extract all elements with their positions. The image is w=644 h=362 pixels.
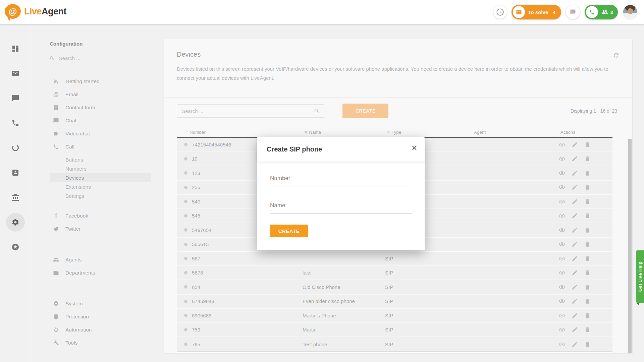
edit-button[interactable]: [572, 184, 578, 190]
sidebar-search[interactable]: [50, 55, 149, 65]
table-row[interactable]: 6905689 Martin's Phone SIP: [177, 309, 612, 323]
delete-button[interactable]: [584, 213, 591, 219]
table-row[interactable]: 5678 lalal SIP: [177, 266, 612, 281]
nav-item-video-chat[interactable]: Video chat: [31, 127, 158, 140]
view-button[interactable]: [559, 241, 565, 247]
delete-button[interactable]: [584, 156, 591, 162]
user-avatar[interactable]: [623, 4, 638, 20]
rail-billing-button[interactable]: [0, 185, 31, 210]
column-header-type[interactable]: ⇅Type: [387, 130, 474, 135]
rail-dashboard-button[interactable]: [0, 36, 31, 61]
column-header-name[interactable]: ⇅Name: [304, 130, 387, 135]
table-row[interactable]: 765 Test phone SIP: [177, 337, 612, 352]
nav-item-system[interactable]: System: [31, 297, 158, 310]
close-icon[interactable]: ✕: [411, 144, 417, 152]
edit-button[interactable]: [572, 312, 578, 319]
table-scrollbar[interactable]: [628, 139, 632, 353]
edit-button[interactable]: [572, 341, 578, 348]
edit-button[interactable]: [572, 156, 578, 162]
liveagent-logo[interactable]: @ LiveAgent: [5, 4, 66, 19]
name-field[interactable]: [270, 202, 412, 214]
get-live-help-ribbon[interactable]: Get Live Help: [636, 250, 644, 303]
delete-button[interactable]: [584, 284, 591, 290]
view-button[interactable]: [559, 284, 565, 290]
rail-call-button[interactable]: [0, 111, 31, 135]
add-button[interactable]: [493, 5, 507, 19]
edit-button[interactable]: [572, 170, 578, 176]
rail-settings-button[interactable]: [0, 210, 31, 235]
delete-button[interactable]: [584, 326, 591, 333]
nav-item-automation[interactable]: Automation: [31, 323, 158, 336]
sidebar-search-input[interactable]: [59, 55, 149, 61]
edit-button[interactable]: [572, 198, 578, 205]
view-button[interactable]: [559, 227, 565, 233]
edit-button[interactable]: [572, 141, 578, 148]
view-button[interactable]: [559, 298, 565, 304]
delete-button[interactable]: [584, 312, 591, 319]
nav-item-email[interactable]: @ Email: [31, 88, 158, 101]
edit-button[interactable]: [572, 284, 578, 290]
view-button[interactable]: [559, 156, 565, 162]
view-button[interactable]: [559, 255, 565, 262]
delete-button[interactable]: [584, 298, 591, 304]
subnav-buttons[interactable]: Buttons: [50, 155, 151, 164]
calls-status-button[interactable]: 2: [585, 5, 618, 19]
edit-button[interactable]: [572, 213, 578, 219]
delete-button[interactable]: [584, 241, 591, 247]
number-input[interactable]: [270, 175, 412, 182]
view-button[interactable]: [559, 170, 565, 176]
number-field[interactable]: [270, 175, 412, 186]
delete-button[interactable]: [584, 184, 591, 190]
modal-create-button[interactable]: CREATE: [270, 225, 308, 237]
view-button[interactable]: [559, 312, 565, 319]
subnav-extensions[interactable]: Extensions: [50, 182, 151, 191]
nav-item-departments[interactable]: Departments: [31, 266, 158, 279]
view-button[interactable]: [559, 213, 565, 219]
nav-item-twitter[interactable]: Twitter: [31, 222, 158, 235]
view-button[interactable]: [559, 341, 565, 348]
table-row[interactable]: 567 SIP: [177, 252, 612, 266]
delete-button[interactable]: [584, 170, 591, 176]
refresh-button[interactable]: [613, 52, 620, 59]
nav-item-contact-form[interactable]: Contact form: [31, 101, 158, 114]
view-button[interactable]: [559, 326, 565, 333]
table-row[interactable]: 67459843 Even older cisco phone SIP: [177, 295, 612, 309]
subnav-settings[interactable]: Settings: [50, 191, 151, 200]
delete-button[interactable]: [584, 255, 591, 262]
view-button[interactable]: [559, 141, 565, 148]
nav-item-facebook[interactable]: f Facebook: [31, 209, 158, 222]
edit-button[interactable]: [572, 298, 578, 304]
subnav-devices[interactable]: Devices: [50, 173, 151, 182]
chat-status-button[interactable]: [566, 5, 580, 19]
edit-button[interactable]: [572, 255, 578, 262]
edit-button[interactable]: [572, 326, 578, 333]
name-input[interactable]: [270, 202, 412, 209]
column-header-number[interactable]: ↑Number: [186, 130, 304, 135]
to-solve-button[interactable]: To solve 4: [512, 5, 561, 19]
rail-mail-button[interactable]: [0, 61, 31, 86]
edit-button[interactable]: [572, 227, 578, 233]
view-button[interactable]: [559, 198, 565, 205]
delete-button[interactable]: [584, 141, 591, 148]
nav-item-protection[interactable]: Protection: [31, 310, 158, 323]
edit-button[interactable]: [572, 241, 578, 247]
view-button[interactable]: [559, 184, 565, 190]
nav-item-call[interactable]: Call: [31, 140, 158, 153]
subnav-numbers[interactable]: Numbers: [50, 164, 151, 173]
rail-chat-button[interactable]: [0, 86, 31, 111]
delete-button[interactable]: [584, 198, 591, 205]
delete-button[interactable]: [584, 227, 591, 233]
table-row[interactable]: 753 Martin SIP: [177, 323, 612, 338]
create-device-button[interactable]: CREATE: [342, 104, 388, 118]
column-header-agent[interactable]: Agent: [474, 130, 560, 135]
table-search[interactable]: [177, 104, 324, 118]
rail-data-usage-button[interactable]: [0, 135, 31, 160]
rail-contacts-button[interactable]: [0, 160, 31, 185]
delete-button[interactable]: [584, 269, 591, 276]
nav-item-tools[interactable]: Tools: [31, 336, 158, 349]
view-button[interactable]: [559, 269, 565, 276]
nav-item-getting-started[interactable]: Getting started: [31, 75, 158, 88]
rail-star-button[interactable]: [0, 235, 31, 259]
nav-item-chat[interactable]: Chat: [31, 114, 158, 127]
delete-button[interactable]: [584, 341, 591, 348]
